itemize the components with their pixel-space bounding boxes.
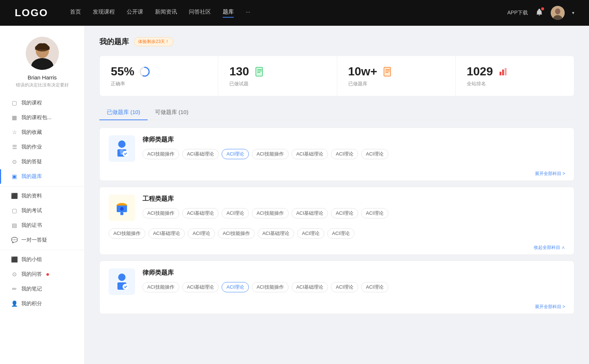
user-avatar-sidebar: [26, 37, 59, 70]
avatar-dropdown-icon[interactable]: ▾: [572, 10, 574, 15]
chart-red-icon: [497, 66, 509, 78]
sidebar-item-label: 我的作业: [21, 144, 42, 150]
doc-orange-icon: [382, 66, 394, 78]
qbank-tag[interactable]: ACI理论: [331, 208, 358, 218]
sidebar-item-certificate[interactable]: ▤ 我的证书: [0, 218, 84, 233]
svg-rect-21: [505, 68, 507, 75]
svg-point-31: [118, 274, 126, 281]
sidebar-item-notes[interactable]: ✏ 我的笔记: [0, 282, 84, 296]
qbank-tag[interactable]: ACI基础理论: [292, 282, 328, 292]
user-motto: 错误的决定比没有决定要好: [16, 82, 69, 88]
qbank-tag[interactable]: ACI理论: [361, 282, 388, 292]
tabs-row: 已做题库 (10) 可做题库 (10): [99, 105, 574, 120]
qbank-tag[interactable]: ACI理论: [188, 228, 215, 239]
svg-rect-14: [384, 67, 391, 76]
tab-available[interactable]: 可做题库 (10): [148, 105, 196, 120]
tab-done[interactable]: 已做题库 (10): [99, 105, 148, 120]
qbank-tag[interactable]: ACI技能操作: [142, 282, 179, 292]
qbank-tag[interactable]: ACI基础理论: [292, 208, 328, 218]
qbank-tags: ACI技能操作 ACI基础理论 ACI理论 ACI技能操作 ACI基础理论 AC…: [142, 282, 565, 292]
lawyer-icon: [112, 139, 131, 158]
sidebar-item-label: 我的积分: [21, 300, 42, 307]
sidebar-item-label: 我的资料: [21, 193, 42, 199]
qbank-tag[interactable]: ACI基础理论: [182, 208, 219, 218]
qbank-tag[interactable]: ACI理论: [222, 208, 249, 218]
nav-home[interactable]: 首页: [70, 8, 81, 18]
qbank-expand-btn[interactable]: 展开全部科目 >: [100, 169, 574, 181]
sidebar-item-favorites[interactable]: ☆ 我的收藏: [0, 125, 84, 140]
nav-qa[interactable]: 问答社区: [189, 8, 211, 18]
qbank-tag[interactable]: ACI理论: [361, 149, 388, 159]
nav-questionbank[interactable]: 题库: [223, 8, 234, 18]
qbank-tags: ACI技能操作 ACI基础理论 ACI理论 ACI技能操作 ACI基础理论 AC…: [142, 149, 565, 159]
qbank-tag[interactable]: ACI技能操作: [142, 208, 179, 218]
qbank-tag-selected[interactable]: ACI理论: [222, 282, 249, 292]
qbank-title: 工程类题库: [142, 195, 565, 203]
qbank-tag[interactable]: ACI理论: [361, 208, 388, 218]
svg-point-22: [118, 140, 126, 148]
qbank-card-header: 工程类题库 ACI技能操作 ACI基础理论 ACI理论 ACI技能操作 ACI基…: [100, 187, 574, 228]
stat-banks: 10w+ 已做题库: [337, 56, 456, 96]
stat-label: 正确率: [111, 81, 207, 87]
sidebar-item-groups[interactable]: ⬛ 我的小组: [0, 252, 84, 267]
qbank-tags-row1: ACI技能操作 ACI基础理论 ACI理论 ACI技能操作 ACI基础理论 AC…: [142, 208, 565, 218]
nav-open-course[interactable]: 公开课: [127, 8, 143, 18]
sidebar-item-qa[interactable]: ⊙ 我的答疑: [0, 154, 84, 169]
bank-icon: ▣: [11, 173, 18, 180]
qbank-card-engineer: 工程类题库 ACI技能操作 ACI基础理论 ACI理论 ACI技能操作 ACI基…: [99, 187, 574, 255]
qa-icon: ⊙: [11, 158, 18, 165]
qbank-tag[interactable]: ACI理论: [297, 228, 324, 239]
page-wrapper: Brian Harris 错误的决定比没有决定要好 ▢ 我的课程 ▦ 我的课程包…: [0, 0, 589, 364]
homework-icon: ☰: [11, 144, 18, 150]
questions-badge: [46, 273, 49, 276]
notification-bell[interactable]: [535, 8, 543, 18]
qbank-tag[interactable]: ACI基础理论: [148, 228, 185, 239]
stat-label: 已做试题: [229, 81, 325, 87]
app-download[interactable]: APP下载: [507, 10, 528, 16]
qbank-tag[interactable]: ACI技能操作: [252, 149, 289, 159]
page-header: 我的题库 体验剩余23天！: [99, 37, 574, 47]
sidebar-item-profile[interactable]: ⬛ 我的资料: [0, 189, 84, 203]
qbank-collapse-btn[interactable]: 收起全部科目 ∧: [100, 243, 574, 254]
nav-news[interactable]: 新闻资讯: [155, 8, 177, 18]
avatar-image: [551, 6, 565, 20]
nav-more[interactable]: ···: [246, 8, 250, 18]
sidebar-item-label: 我的题库: [21, 173, 42, 180]
qbank-tag[interactable]: ACI技能操作: [218, 228, 255, 239]
qbank-tag[interactable]: ACI理论: [327, 228, 355, 239]
accuracy-ring-icon: [139, 66, 151, 78]
qbank-expand-btn-2[interactable]: 展开全部科目 >: [100, 302, 574, 314]
sidebar-item-homework[interactable]: ☰ 我的作业: [0, 140, 84, 154]
sidebar-item-points[interactable]: 👤 我的积分: [0, 296, 84, 311]
svg-rect-30: [120, 212, 123, 215]
sidebar-item-my-questions[interactable]: ⊙ 我的问答: [0, 267, 84, 282]
sidebar-item-my-course[interactable]: ▢ 我的课程: [0, 96, 84, 110]
sidebar-item-exam[interactable]: ▢ 我的考试: [0, 203, 84, 218]
sidebar-item-course-package[interactable]: ▦ 我的课程包...: [0, 110, 84, 125]
logo: LOGO: [15, 7, 48, 19]
profile-icon: ⬛: [11, 193, 18, 199]
qbank-tag[interactable]: ACI技能操作: [252, 282, 289, 292]
qbank-tag[interactable]: ACI技能操作: [252, 208, 289, 218]
qbank-tag[interactable]: ACI基础理论: [182, 282, 219, 292]
points-icon: 👤: [11, 300, 18, 307]
sidebar-item-question-bank[interactable]: ▣ 我的题库: [0, 169, 84, 184]
sidebar: Brian Harris 错误的决定比没有决定要好 ▢ 我的课程 ▦ 我的课程包…: [0, 26, 85, 364]
qbank-tag[interactable]: ACI基础理论: [182, 149, 219, 159]
nav-discover[interactable]: 发现课程: [93, 8, 115, 18]
stat-questions: 130 已做试题: [218, 56, 337, 96]
qbank-card-right: 工程类题库 ACI技能操作 ACI基础理论 ACI理论 ACI技能操作 ACI基…: [142, 195, 565, 218]
user-avatar[interactable]: [551, 6, 565, 20]
stats-row: 55% 正确率 130: [99, 56, 574, 96]
qbank-tag[interactable]: ACI基础理论: [292, 149, 328, 159]
qbank-tag[interactable]: ACI基础理论: [258, 228, 294, 239]
qbank-tag-selected[interactable]: ACI理论: [222, 149, 249, 159]
stat-top: 10w+: [348, 65, 444, 78]
qbank-tag[interactable]: ACI技能操作: [109, 228, 145, 239]
qbank-tag[interactable]: ACI理论: [331, 149, 358, 159]
qbank-title: 律师类题库: [142, 135, 565, 144]
qbank-tag[interactable]: ACI技能操作: [142, 149, 179, 159]
main-content: 我的题库 体验剩余23天！ 55% 正确率: [85, 26, 589, 364]
sidebar-item-one-on-one[interactable]: 💬 一对一答疑: [0, 233, 84, 247]
qbank-tag[interactable]: ACI理论: [331, 282, 358, 292]
